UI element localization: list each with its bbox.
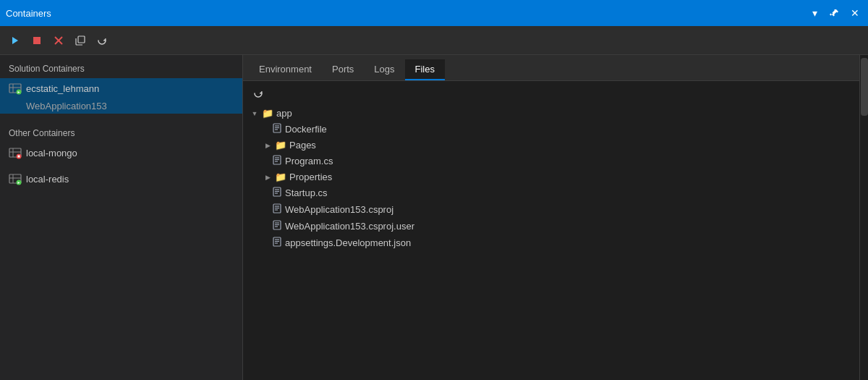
panel-refresh-button[interactable] [250,85,266,101]
file-icon-startup-cs [272,187,282,199]
app-folder-label: app [276,108,292,119]
tree-item-properties[interactable]: ▶ 📁 Properties [243,169,868,185]
close-button[interactable]: ✕ [848,6,862,20]
local-mongo-label: local-mongo [26,148,77,159]
file-tree: ▼ 📁 app Dockerfile [243,106,868,380]
expand-arrow-properties: ▶ [263,173,272,182]
solution-containers-label: Solution Containers [0,55,242,78]
tree-item-dockerfile[interactable]: Dockerfile [243,121,868,138]
file-icon-csproj-user [272,220,282,232]
sidebar-item-local-redis[interactable]: local-redis [0,169,242,189]
title-bar-controls: ▾ ✕ [807,6,862,20]
folder-icon-properties: 📁 [275,172,286,182]
tab-logs[interactable]: Logs [364,59,404,80]
file-icon-dockerfile [272,123,282,135]
svg-rect-1 [33,37,41,44]
panel-toolbar [243,81,868,106]
title-bar-left: Containers [6,8,51,19]
title-bar: Containers ▾ ✕ [0,0,868,26]
file-icon-appsettings-dev [272,237,282,249]
expand-arrow-pages: ▶ [263,141,272,150]
tree-item-csproj[interactable]: WebApplication153.csproj [243,201,868,218]
delete-button[interactable] [49,31,68,50]
csproj-label: WebApplication153.csproj [285,204,393,215]
container-running-icon-2 [9,172,22,185]
sidebar-item-ecstatic-lehmann[interactable]: ecstatic_lehmann [0,78,242,98]
local-redis-label: local-redis [26,174,69,185]
ecstatic-lehmann-label: ecstatic_lehmann [26,83,99,94]
csproj-user-label: WebApplication153.csproj.user [285,221,414,232]
tree-item-appsettings-dev[interactable]: appsettings.Development.json [243,235,868,251]
pin-button[interactable] [827,6,842,20]
svg-marker-0 [12,37,18,44]
stop-button[interactable] [27,31,46,50]
copy-button[interactable] [71,31,90,50]
tree-item-app[interactable]: ▼ 📁 app [243,106,868,121]
play-button[interactable] [6,31,25,50]
expand-arrow-app: ▼ [250,109,259,118]
svg-rect-4 [78,36,85,43]
container-running-icon [9,82,22,95]
sidebar-sub-item-webapp153[interactable]: WebApplication153 [0,98,242,114]
window-title: Containers [6,8,51,19]
svg-rect-14 [18,156,20,158]
properties-folder-label: Properties [289,172,332,182]
main-toolbar [0,26,868,55]
container-stopped-icon [9,146,22,159]
sidebar: Solution Containers ecstatic_lehmann Web… [0,55,243,380]
tab-environment[interactable]: Environment [249,59,322,80]
folder-icon-app: 📁 [262,108,273,119]
main-content: Solution Containers ecstatic_lehmann Web… [0,55,868,380]
dropdown-button[interactable]: ▾ [807,6,822,20]
program-cs-label: Program.cs [285,156,333,166]
tree-item-pages[interactable]: ▶ 📁 Pages [243,138,868,153]
folder-icon-pages: 📁 [275,140,286,151]
file-icon-program-cs [272,155,282,167]
file-icon-csproj [272,203,282,216]
webapp153-label: WebApplication153 [26,101,107,111]
scrollbar-track[interactable] [859,55,868,380]
refresh-button[interactable] [93,31,111,50]
other-containers-label: Other Containers [0,119,242,143]
tree-item-program-cs[interactable]: Program.cs [243,153,868,169]
dockerfile-label: Dockerfile [285,124,327,135]
appsettings-dev-label: appsettings.Development.json [285,237,411,248]
tabs-bar: Environment Ports Logs Files [243,55,868,81]
right-panel: Environment Ports Logs Files ▼ 📁 app [243,55,868,380]
startup-cs-label: Startup.cs [285,187,328,198]
sidebar-item-local-mongo[interactable]: local-mongo [0,143,242,163]
scrollbar-thumb[interactable] [861,58,868,116]
tree-item-startup-cs[interactable]: Startup.cs [243,185,868,201]
tree-item-csproj-user[interactable]: WebApplication153.csproj.user [243,218,868,235]
tab-files[interactable]: Files [405,59,445,80]
pages-folder-label: Pages [289,140,316,151]
tab-ports[interactable]: Ports [322,59,364,80]
